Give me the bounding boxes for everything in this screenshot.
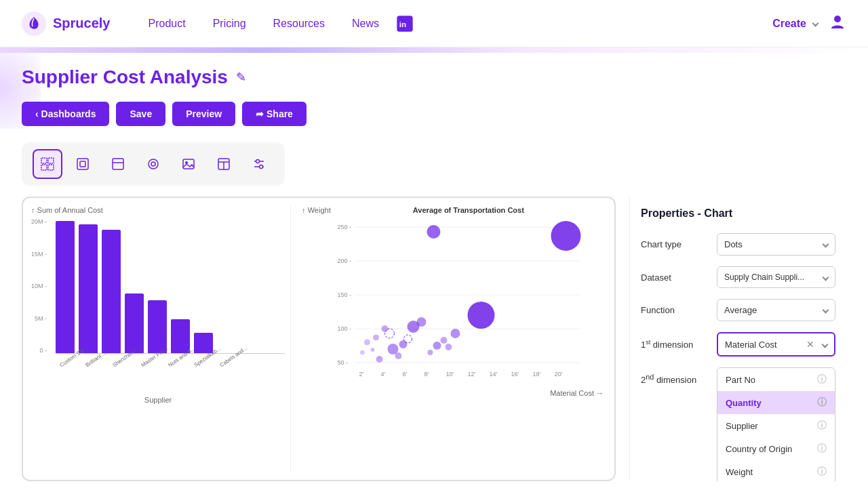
dashboards-button[interactable]: ‹ Dashboards: [22, 102, 109, 126]
tool-table[interactable]: [209, 149, 239, 179]
bar-4: [125, 293, 144, 353]
svg-rect-6: [41, 165, 47, 170]
chart-right-title: Average of Transportation Cost: [413, 206, 524, 214]
svg-text:150 -: 150 -: [338, 291, 352, 298]
svg-point-59: [441, 337, 448, 344]
nav-right: Create: [772, 13, 846, 35]
properties-panel: Properties - Chart Chart type Dots Datas…: [629, 197, 846, 481]
save-button[interactable]: Save: [116, 102, 165, 126]
info-icon-supplier: ⓘ: [817, 420, 827, 432]
svg-rect-4: [41, 158, 47, 163]
svg-text:12': 12': [468, 371, 476, 378]
scatter-chart: 250 - 200 - 150 - 100 - 50 - 2' 4' 6' 8': [302, 217, 606, 393]
svg-text:4': 4': [381, 371, 386, 378]
panel-title: Properties - Chart: [641, 207, 835, 220]
create-button[interactable]: Create: [772, 18, 818, 30]
svg-rect-8: [77, 159, 88, 169]
dim1-label: 1st dimension: [641, 339, 709, 350]
preview-button[interactable]: Preview: [172, 102, 235, 126]
dropdown-item-partno[interactable]: Part No ⓘ: [717, 368, 835, 391]
tool-circle[interactable]: [138, 149, 168, 179]
svg-point-57: [433, 342, 441, 350]
tool-select[interactable]: [33, 149, 62, 179]
function-select[interactable]: Average: [717, 299, 835, 321]
svg-point-44: [468, 302, 495, 329]
chart-left-title: ↑ Sum of Annual Cost: [31, 206, 285, 214]
share-button[interactable]: ➦ Share: [242, 102, 307, 126]
svg-rect-14: [183, 159, 194, 169]
svg-text:8': 8': [425, 371, 429, 378]
info-icon-quantity: ⓘ: [817, 396, 827, 409]
dataset-label: Dataset: [641, 272, 709, 283]
svg-point-20: [256, 160, 260, 163]
tool-frame[interactable]: [68, 149, 98, 179]
svg-rect-10: [113, 159, 123, 169]
svg-point-52: [374, 335, 379, 340]
svg-point-3: [834, 16, 841, 22]
chart-right-y-label: ↑ Weight: [302, 206, 331, 214]
nav-news[interactable]: News: [341, 12, 390, 35]
svg-point-50: [417, 317, 427, 327]
svg-rect-7: [48, 165, 54, 170]
svg-point-62: [385, 329, 395, 338]
page-title: Supplier Cost Analysis: [22, 66, 228, 88]
svg-text:16': 16': [511, 371, 519, 378]
svg-text:in: in: [399, 19, 406, 28]
svg-text:10': 10': [446, 371, 454, 378]
svg-point-47: [399, 340, 408, 348]
svg-point-48: [395, 352, 402, 359]
dim2-row: 2nd dimension Part No ⓘ Quantity ⓘ Suppl…: [641, 367, 835, 481]
edit-icon[interactable]: ✎: [236, 70, 246, 85]
main-content: ↑ Sum of Annual Cost 20M - 15M - 10M - 5…: [22, 197, 846, 481]
bar-7: [194, 333, 213, 353]
svg-point-55: [361, 350, 365, 354]
nav-links: Product Pricing Resources News in: [137, 12, 772, 35]
linkedin-icon[interactable]: in: [395, 14, 414, 33]
svg-point-54: [371, 348, 375, 352]
svg-text:50 -: 50 -: [338, 359, 349, 366]
svg-point-58: [428, 350, 433, 355]
dim1-select[interactable]: Material Cost ✕: [717, 332, 835, 357]
svg-point-22: [260, 165, 263, 169]
bar-2: [79, 224, 98, 353]
bar-5: [148, 300, 167, 353]
toolbar: [22, 142, 285, 186]
chart-right: ↑ Weight Average of Transportation Cost …: [296, 206, 606, 472]
svg-point-53: [365, 340, 370, 345]
svg-text:6': 6': [403, 371, 408, 378]
svg-text:14': 14': [490, 371, 498, 378]
function-row: Function Average: [641, 299, 835, 321]
logo[interactable]: Sprucely: [22, 12, 110, 36]
dim1-clear-icon[interactable]: ✕: [806, 339, 814, 350]
dim2-dropdown[interactable]: Part No ⓘ Quantity ⓘ Supplier ⓘ Country …: [717, 367, 835, 481]
chart-type-select[interactable]: Dots: [717, 233, 835, 256]
title-row: Supplier Cost Analysis ✎: [22, 66, 846, 88]
function-label: Function: [641, 305, 709, 315]
svg-point-13: [151, 162, 155, 166]
tool-image[interactable]: [174, 149, 203, 179]
svg-text:2': 2': [359, 371, 364, 378]
dropdown-item-supplier[interactable]: Supplier ⓘ: [717, 414, 835, 437]
top-decor: [0, 47, 868, 53]
user-icon[interactable]: [829, 13, 846, 35]
nav-resources[interactable]: Resources: [262, 12, 336, 35]
bar-3: [102, 230, 121, 353]
svg-point-45: [427, 225, 441, 239]
svg-point-61: [446, 344, 452, 350]
tool-sliders[interactable]: [244, 149, 274, 179]
tool-frame2[interactable]: [103, 149, 133, 179]
nav-pricing[interactable]: Pricing: [202, 12, 257, 35]
info-icon-partno: ⓘ: [817, 373, 827, 386]
nav-product[interactable]: Product: [137, 12, 196, 35]
dropdown-item-weight[interactable]: Weight ⓘ: [717, 460, 835, 481]
dataset-row: Dataset Supply Chain Suppli...: [641, 266, 835, 288]
dropdown-item-quantity[interactable]: Quantity ⓘ: [717, 391, 835, 414]
dataset-select[interactable]: Supply Chain Suppli...: [717, 266, 835, 288]
chart-type-row: Chart type Dots: [641, 233, 835, 256]
svg-text:250 -: 250 -: [338, 224, 352, 230]
dim2-label: 2nd dimension: [641, 367, 709, 385]
svg-point-56: [376, 356, 383, 363]
dropdown-item-country[interactable]: Country of Origin ⓘ: [717, 437, 835, 460]
chart-left-x-label: Supplier: [31, 396, 285, 404]
svg-point-46: [388, 344, 399, 354]
